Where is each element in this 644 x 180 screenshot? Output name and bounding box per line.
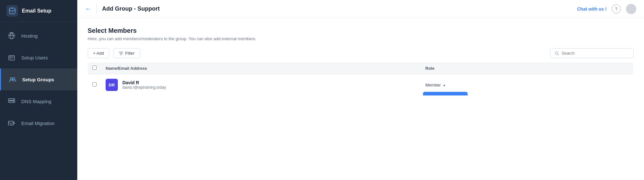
table-header-checkbox — [88, 62, 101, 74]
svg-rect-18 — [8, 121, 14, 125]
search-box[interactable] — [550, 48, 634, 58]
svg-point-1 — [12, 8, 13, 9]
select-all-checkbox[interactable] — [92, 66, 97, 70]
chevron-up-icon: ▲ — [443, 83, 446, 87]
row-role-cell: Member ▲ Moderator Member ✓ — [421, 74, 633, 96]
topbar: ← Add Group - Support Chat with us ! ? — [77, 0, 644, 18]
svg-point-12 — [13, 78, 15, 80]
table-header-name: Name/Email Address — [101, 62, 421, 74]
svg-point-8 — [10, 57, 12, 59]
back-button[interactable]: ← — [85, 5, 91, 13]
sidebar-item-dns-mapping[interactable]: DNS Mapping — [0, 90, 77, 112]
row-checkbox[interactable] — [92, 82, 97, 86]
member-info: David R david.r@wptraining.today — [122, 80, 166, 90]
app-title: Email Setup — [22, 8, 52, 14]
table-header-role: Role — [421, 62, 633, 74]
setup-users-icon — [6, 52, 17, 63]
sidebar-item-label: Setup Groups — [22, 77, 54, 82]
row-checkbox-cell — [88, 74, 101, 96]
search-icon — [555, 51, 559, 56]
role-dropdown-menu: Moderator Member ✓ — [423, 92, 468, 96]
content-area: Select Members Here, you can add members… — [77, 18, 644, 180]
section-description: Here, you can add members/moderators to … — [88, 36, 634, 41]
table-row: DR David R david.r@wptraining.today Memb… — [88, 74, 634, 96]
sidebar: Email Setup Hosting — [0, 0, 77, 180]
main-content: ← Add Group - Support Chat with us ! ? S… — [77, 0, 644, 180]
role-badge[interactable]: Member ▲ — [425, 83, 446, 87]
user-avatar[interactable] — [626, 4, 636, 14]
sidebar-item-email-migration[interactable]: Email Migration — [0, 112, 77, 134]
chat-with-us-link[interactable]: Chat with us ! — [577, 6, 607, 12]
hosting-icon — [6, 31, 17, 41]
svg-rect-6 — [11, 33, 11, 33]
member-avatar: DR — [106, 79, 118, 91]
role-dropdown-container: Member ▲ Moderator Member ✓ — [425, 83, 446, 87]
dropdown-item-moderator[interactable]: Moderator — [423, 92, 468, 96]
svg-point-15 — [13, 99, 14, 100]
topbar-divider — [97, 4, 97, 14]
search-input[interactable] — [562, 51, 629, 56]
member-name: David R — [122, 80, 166, 85]
email-migration-icon — [6, 118, 17, 128]
sidebar-item-label: Setup Users — [21, 55, 48, 60]
sidebar-item-label: Hosting — [21, 33, 38, 39]
sidebar-item-label: DNS Mapping — [21, 99, 51, 104]
sidebar-item-setup-groups[interactable]: Setup Groups — [0, 68, 77, 90]
svg-point-16 — [13, 102, 14, 102]
add-button[interactable]: + Add — [88, 48, 109, 58]
app-logo-icon — [6, 5, 18, 17]
filter-button[interactable]: Filter — [113, 48, 140, 58]
filter-icon — [119, 51, 123, 56]
row-name-cell: DR David R david.r@wptraining.today — [101, 74, 421, 96]
sidebar-item-setup-users[interactable]: Setup Users — [0, 47, 77, 68]
sidebar-item-label: Email Migration — [21, 121, 54, 126]
sidebar-nav: Hosting Setup Users — [0, 22, 77, 180]
member-email: david.r@wptraining.today — [122, 85, 166, 90]
members-table: Name/Email Address Role DR — [88, 62, 634, 96]
sidebar-item-hosting[interactable]: Hosting — [0, 25, 77, 47]
setup-groups-icon — [7, 74, 18, 85]
toolbar: + Add Filter — [88, 48, 634, 62]
sidebar-header: Email Setup — [0, 0, 77, 22]
svg-line-20 — [558, 54, 559, 55]
section-title: Select Members — [88, 27, 634, 34]
svg-point-11 — [10, 78, 13, 80]
page-title: Add Group - Support — [102, 5, 572, 12]
help-icon[interactable]: ? — [612, 4, 621, 14]
dns-mapping-icon — [6, 96, 17, 106]
table-header-row: Name/Email Address Role — [88, 62, 634, 74]
